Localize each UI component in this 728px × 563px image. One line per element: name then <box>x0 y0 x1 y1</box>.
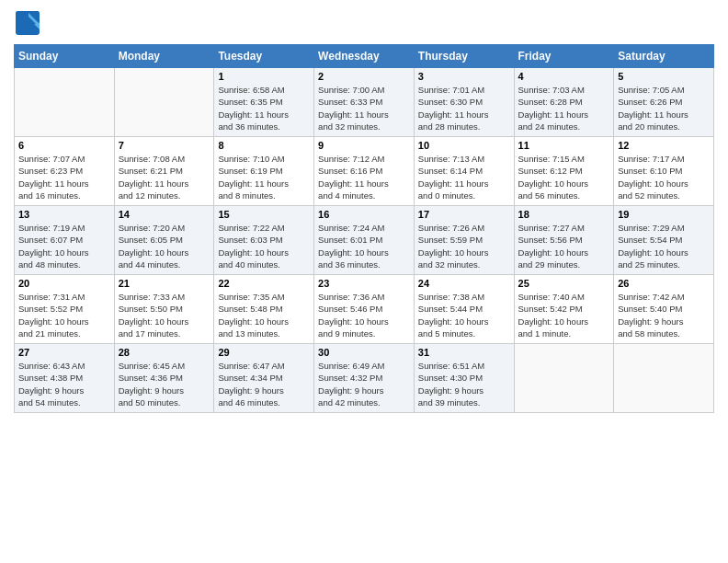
calendar-day-cell: 18Sunrise: 7:27 AM Sunset: 5:56 PM Dayli… <box>514 206 614 275</box>
calendar-day-cell: 11Sunrise: 7:15 AM Sunset: 6:12 PM Dayli… <box>514 137 614 206</box>
day-number: 5 <box>618 71 710 82</box>
calendar-day-cell: 20Sunrise: 7:31 AM Sunset: 5:52 PM Dayli… <box>15 275 115 344</box>
day-info: Sunrise: 7:40 AM Sunset: 5:42 PM Dayligh… <box>518 291 610 339</box>
calendar-day-cell: 1Sunrise: 6:58 AM Sunset: 6:35 PM Daylig… <box>214 68 314 137</box>
day-info: Sunrise: 7:26 AM Sunset: 5:59 PM Dayligh… <box>418 222 510 270</box>
day-info: Sunrise: 7:05 AM Sunset: 6:26 PM Dayligh… <box>618 84 710 132</box>
calendar-day-cell: 14Sunrise: 7:20 AM Sunset: 6:05 PM Dayli… <box>114 206 214 275</box>
calendar-week-row: 27Sunrise: 6:43 AM Sunset: 4:38 PM Dayli… <box>15 344 714 413</box>
calendar-day-cell: 30Sunrise: 6:49 AM Sunset: 4:32 PM Dayli… <box>314 344 415 413</box>
calendar-day-cell <box>614 344 714 413</box>
day-number: 19 <box>618 209 710 220</box>
day-number: 18 <box>518 209 610 220</box>
day-of-week-header: Thursday <box>414 45 514 68</box>
day-number: 22 <box>218 278 310 289</box>
calendar-day-cell: 25Sunrise: 7:40 AM Sunset: 5:42 PM Dayli… <box>514 275 614 344</box>
day-info: Sunrise: 7:22 AM Sunset: 6:03 PM Dayligh… <box>218 222 310 270</box>
day-info: Sunrise: 7:00 AM Sunset: 6:33 PM Dayligh… <box>318 84 410 132</box>
day-of-week-header: Saturday <box>614 45 714 68</box>
calendar-day-cell: 10Sunrise: 7:13 AM Sunset: 6:14 PM Dayli… <box>414 137 514 206</box>
calendar-day-cell: 24Sunrise: 7:38 AM Sunset: 5:44 PM Dayli… <box>414 275 514 344</box>
calendar-day-cell <box>114 68 214 137</box>
calendar-header-row: SundayMondayTuesdayWednesdayThursdayFrid… <box>15 45 714 68</box>
calendar-day-cell <box>15 68 115 137</box>
day-info: Sunrise: 7:27 AM Sunset: 5:56 PM Dayligh… <box>518 222 610 270</box>
day-number: 20 <box>18 278 110 289</box>
day-info: Sunrise: 7:17 AM Sunset: 6:10 PM Dayligh… <box>618 153 710 201</box>
day-info: Sunrise: 7:07 AM Sunset: 6:23 PM Dayligh… <box>18 153 110 201</box>
day-of-week-header: Friday <box>514 45 614 68</box>
calendar-day-cell: 12Sunrise: 7:17 AM Sunset: 6:10 PM Dayli… <box>614 137 714 206</box>
day-number: 1 <box>218 71 310 82</box>
main-container: SundayMondayTuesdayWednesdayThursdayFrid… <box>0 0 728 422</box>
calendar-day-cell: 27Sunrise: 6:43 AM Sunset: 4:38 PM Dayli… <box>15 344 115 413</box>
logo <box>14 9 45 37</box>
calendar-day-cell: 8Sunrise: 7:10 AM Sunset: 6:19 PM Daylig… <box>214 137 314 206</box>
day-number: 9 <box>318 140 410 151</box>
day-number: 25 <box>518 278 610 289</box>
day-info: Sunrise: 7:12 AM Sunset: 6:16 PM Dayligh… <box>318 153 410 201</box>
day-number: 8 <box>218 140 310 151</box>
calendar-day-cell: 31Sunrise: 6:51 AM Sunset: 4:30 PM Dayli… <box>414 344 514 413</box>
day-number: 7 <box>119 140 210 151</box>
day-info: Sunrise: 6:45 AM Sunset: 4:36 PM Dayligh… <box>119 360 210 408</box>
day-info: Sunrise: 7:24 AM Sunset: 6:01 PM Dayligh… <box>318 222 410 270</box>
day-info: Sunrise: 6:49 AM Sunset: 4:32 PM Dayligh… <box>318 360 410 408</box>
day-info: Sunrise: 7:03 AM Sunset: 6:28 PM Dayligh… <box>518 84 610 132</box>
calendar-day-cell <box>514 344 614 413</box>
day-info: Sunrise: 7:01 AM Sunset: 6:30 PM Dayligh… <box>418 84 510 132</box>
day-info: Sunrise: 6:43 AM Sunset: 4:38 PM Dayligh… <box>18 360 110 408</box>
day-info: Sunrise: 7:13 AM Sunset: 6:14 PM Dayligh… <box>418 153 510 201</box>
calendar-day-cell: 19Sunrise: 7:29 AM Sunset: 5:54 PM Dayli… <box>614 206 714 275</box>
calendar-day-cell: 29Sunrise: 6:47 AM Sunset: 4:34 PM Dayli… <box>214 344 314 413</box>
day-info: Sunrise: 7:42 AM Sunset: 5:40 PM Dayligh… <box>618 291 710 339</box>
calendar-week-row: 13Sunrise: 7:19 AM Sunset: 6:07 PM Dayli… <box>15 206 714 275</box>
day-number: 23 <box>318 278 410 289</box>
day-info: Sunrise: 7:08 AM Sunset: 6:21 PM Dayligh… <box>119 153 210 201</box>
calendar-day-cell: 2Sunrise: 7:00 AM Sunset: 6:33 PM Daylig… <box>314 68 415 137</box>
day-number: 24 <box>418 278 510 289</box>
day-info: Sunrise: 6:58 AM Sunset: 6:35 PM Dayligh… <box>218 84 310 132</box>
day-number: 27 <box>18 347 110 358</box>
calendar-day-cell: 17Sunrise: 7:26 AM Sunset: 5:59 PM Dayli… <box>414 206 514 275</box>
day-number: 17 <box>418 209 510 220</box>
day-info: Sunrise: 7:29 AM Sunset: 5:54 PM Dayligh… <box>618 222 710 270</box>
calendar-day-cell: 3Sunrise: 7:01 AM Sunset: 6:30 PM Daylig… <box>414 68 514 137</box>
day-number: 4 <box>518 71 610 82</box>
day-info: Sunrise: 7:15 AM Sunset: 6:12 PM Dayligh… <box>518 153 610 201</box>
day-info: Sunrise: 7:19 AM Sunset: 6:07 PM Dayligh… <box>18 222 110 270</box>
day-number: 30 <box>318 347 410 358</box>
day-number: 2 <box>318 71 410 82</box>
calendar-day-cell: 26Sunrise: 7:42 AM Sunset: 5:40 PM Dayli… <box>614 275 714 344</box>
day-number: 16 <box>318 209 410 220</box>
day-of-week-header: Tuesday <box>214 45 314 68</box>
day-info: Sunrise: 6:51 AM Sunset: 4:30 PM Dayligh… <box>418 360 510 408</box>
calendar-table: SundayMondayTuesdayWednesdayThursdayFrid… <box>14 44 714 413</box>
day-info: Sunrise: 6:47 AM Sunset: 4:34 PM Dayligh… <box>218 360 310 408</box>
calendar-day-cell: 23Sunrise: 7:36 AM Sunset: 5:46 PM Dayli… <box>314 275 415 344</box>
day-number: 11 <box>518 140 610 151</box>
day-number: 10 <box>418 140 510 151</box>
day-info: Sunrise: 7:36 AM Sunset: 5:46 PM Dayligh… <box>318 291 410 339</box>
calendar-week-row: 1Sunrise: 6:58 AM Sunset: 6:35 PM Daylig… <box>15 68 714 137</box>
day-info: Sunrise: 7:10 AM Sunset: 6:19 PM Dayligh… <box>218 153 310 201</box>
logo-icon <box>14 9 41 37</box>
calendar-day-cell: 9Sunrise: 7:12 AM Sunset: 6:16 PM Daylig… <box>314 137 415 206</box>
calendar-day-cell: 28Sunrise: 6:45 AM Sunset: 4:36 PM Dayli… <box>114 344 214 413</box>
calendar-day-cell: 4Sunrise: 7:03 AM Sunset: 6:28 PM Daylig… <box>514 68 614 137</box>
day-number: 21 <box>119 278 210 289</box>
day-info: Sunrise: 7:31 AM Sunset: 5:52 PM Dayligh… <box>18 291 110 339</box>
calendar-day-cell: 16Sunrise: 7:24 AM Sunset: 6:01 PM Dayli… <box>314 206 415 275</box>
calendar-day-cell: 6Sunrise: 7:07 AM Sunset: 6:23 PM Daylig… <box>15 137 115 206</box>
day-info: Sunrise: 7:33 AM Sunset: 5:50 PM Dayligh… <box>119 291 210 339</box>
day-number: 31 <box>418 347 510 358</box>
calendar-day-cell: 5Sunrise: 7:05 AM Sunset: 6:26 PM Daylig… <box>614 68 714 137</box>
calendar-day-cell: 21Sunrise: 7:33 AM Sunset: 5:50 PM Dayli… <box>114 275 214 344</box>
calendar-week-row: 20Sunrise: 7:31 AM Sunset: 5:52 PM Dayli… <box>15 275 714 344</box>
day-number: 28 <box>119 347 210 358</box>
calendar-week-row: 6Sunrise: 7:07 AM Sunset: 6:23 PM Daylig… <box>15 137 714 206</box>
day-of-week-header: Monday <box>114 45 214 68</box>
header <box>14 9 714 37</box>
day-number: 26 <box>618 278 710 289</box>
calendar-day-cell: 13Sunrise: 7:19 AM Sunset: 6:07 PM Dayli… <box>15 206 115 275</box>
